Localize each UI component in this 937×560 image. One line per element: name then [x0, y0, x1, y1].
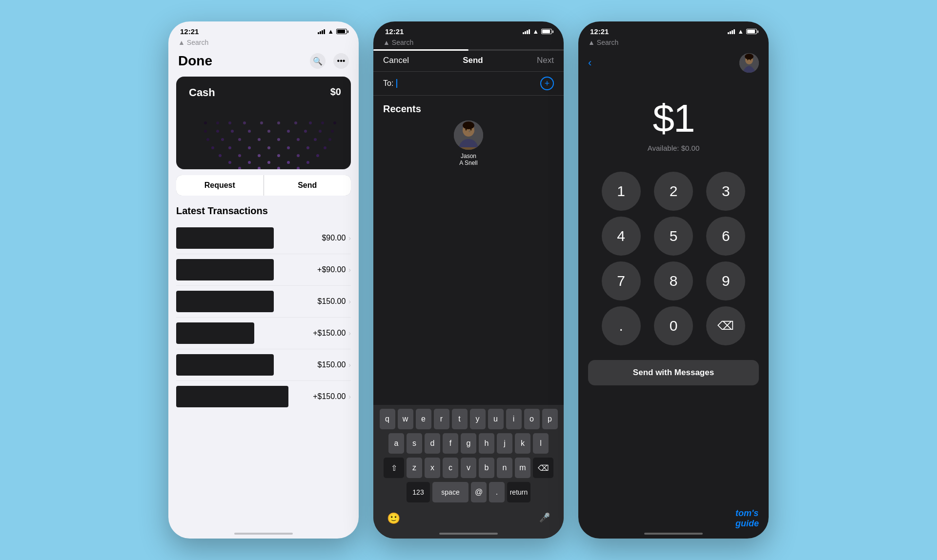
key-m[interactable]: m: [515, 458, 530, 478]
more-button[interactable]: •••: [333, 53, 349, 69]
svg-point-24: [267, 146, 270, 149]
status-icons-3: ▲: [728, 28, 757, 35]
signal-icon-2: [523, 29, 530, 34]
svg-point-67: [747, 59, 748, 60]
num-key-3[interactable]: 3: [706, 172, 745, 211]
svg-point-42: [304, 130, 307, 133]
chevron-icon: ›: [348, 234, 351, 242]
key-at[interactable]: @: [471, 482, 487, 502]
recent-contact-jason[interactable]: JasonA Snell: [373, 120, 564, 166]
signal-icon-3: [728, 29, 735, 34]
key-w[interactable]: w: [398, 409, 413, 429]
num-key-6[interactable]: 6: [706, 217, 745, 256]
key-p[interactable]: p: [542, 409, 558, 429]
transaction-block: [176, 322, 254, 344]
key-d[interactable]: d: [425, 433, 440, 454]
svg-point-45: [204, 121, 207, 124]
num-key-7[interactable]: 7: [602, 261, 641, 300]
search-row-2: ▲ Search: [373, 38, 564, 49]
home-indicator-2: [439, 533, 498, 535]
recipient-avatar: [739, 53, 759, 73]
key-c[interactable]: c: [443, 458, 458, 478]
transaction-block: [176, 259, 274, 280]
svg-point-52: [309, 121, 312, 124]
key-g[interactable]: g: [461, 433, 476, 454]
request-button[interactable]: Request: [176, 175, 264, 196]
key-y[interactable]: y: [470, 409, 486, 429]
key-z[interactable]: z: [407, 458, 422, 478]
amount-available: Available: $0.00: [648, 144, 699, 152]
next-button[interactable]: Next: [537, 56, 554, 65]
key-o[interactable]: o: [524, 409, 540, 429]
key-v[interactable]: v: [461, 458, 476, 478]
num-key-0[interactable]: 0: [654, 306, 693, 345]
svg-point-40: [267, 130, 270, 133]
phone3-nav: ‹: [578, 49, 769, 77]
key-t[interactable]: t: [452, 409, 468, 429]
num-key-dot[interactable]: .: [602, 306, 641, 345]
key-f[interactable]: f: [443, 433, 458, 454]
num-key-5[interactable]: 5: [654, 217, 693, 256]
key-h[interactable]: h: [479, 433, 494, 454]
key-123[interactable]: 123: [407, 482, 430, 502]
key-u[interactable]: u: [488, 409, 504, 429]
status-bar-3: 12:21 ▲: [578, 21, 769, 38]
key-b[interactable]: b: [479, 458, 494, 478]
svg-point-26: [306, 146, 309, 149]
transaction-block: [176, 227, 274, 249]
svg-point-34: [314, 138, 317, 141]
key-j[interactable]: j: [497, 433, 512, 454]
num-key-2[interactable]: 2: [654, 172, 693, 211]
num-key-4[interactable]: 4: [602, 217, 641, 256]
amount-value: $90.00: [322, 234, 346, 242]
table-row: +$90.00 ›: [176, 254, 351, 286]
svg-point-25: [287, 146, 290, 149]
svg-point-31: [258, 138, 261, 141]
send-nav: Cancel Send Next: [373, 51, 564, 71]
svg-point-51: [294, 121, 297, 124]
status-icons-2: ▲: [523, 28, 552, 35]
key-k[interactable]: k: [515, 433, 530, 454]
cancel-button[interactable]: Cancel: [383, 56, 409, 65]
send-with-messages-button[interactable]: Send with Messages: [588, 360, 759, 385]
key-q[interactable]: q: [380, 409, 395, 429]
back-button[interactable]: ‹: [588, 57, 591, 69]
home-indicator-1: [234, 533, 293, 535]
key-return[interactable]: return: [507, 482, 530, 502]
key-x[interactable]: x: [425, 458, 440, 478]
svg-point-49: [260, 121, 263, 124]
wifi-icon-2: ▲: [532, 28, 539, 35]
key-s[interactable]: s: [407, 433, 422, 454]
key-space[interactable]: space: [432, 482, 468, 502]
transaction-block: [176, 291, 274, 312]
num-key-backspace[interactable]: ⌫: [706, 306, 745, 345]
emoji-button[interactable]: 🙂: [383, 508, 404, 529]
key-dot[interactable]: .: [489, 482, 505, 502]
status-bar-1: 12:21 ▲: [168, 21, 359, 38]
battery-icon-2: [541, 29, 552, 34]
num-key-1[interactable]: 1: [602, 172, 641, 211]
num-key-9[interactable]: 9: [706, 261, 745, 300]
keyboard-row-1: q w e r t y u i o p: [375, 409, 562, 429]
emoji-mic-row: 🙂 🎤: [375, 506, 562, 529]
key-r[interactable]: r: [434, 409, 449, 429]
to-row[interactable]: To: +: [373, 71, 564, 96]
contact-avatar-jason: [454, 120, 483, 150]
key-a[interactable]: a: [388, 433, 404, 454]
mic-button[interactable]: 🎤: [535, 508, 554, 529]
key-i[interactable]: i: [506, 409, 522, 429]
add-recipient-button[interactable]: +: [540, 77, 554, 90]
card-title: Cash: [186, 86, 341, 99]
search-button[interactable]: 🔍: [310, 53, 326, 69]
svg-point-12: [267, 161, 270, 164]
key-n[interactable]: n: [497, 458, 512, 478]
svg-point-22: [228, 146, 231, 149]
send-button[interactable]: Send: [264, 175, 351, 196]
key-l[interactable]: l: [533, 433, 549, 454]
shift-key[interactable]: ⇧: [384, 458, 404, 478]
done-button[interactable]: Done: [178, 53, 212, 69]
backspace-key[interactable]: ⌫: [533, 458, 553, 478]
location-icon-2: ▲: [383, 39, 390, 46]
num-key-8[interactable]: 8: [654, 261, 693, 300]
key-e[interactable]: e: [416, 409, 431, 429]
